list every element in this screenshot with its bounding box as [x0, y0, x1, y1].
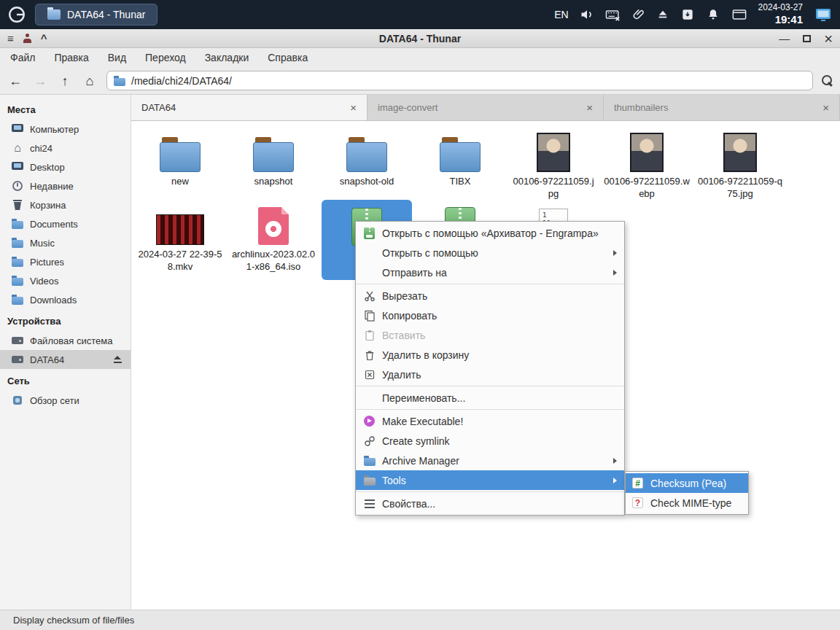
notifications-bell-icon[interactable]: [706, 7, 720, 22]
date-label: 2024-03-27: [758, 3, 803, 13]
menu-rename[interactable]: Переименовать...: [356, 388, 624, 408]
keyboard-layout-indicator[interactable]: EN: [554, 9, 568, 20]
tab-image-convert[interactable]: image-convert ×: [368, 95, 604, 120]
sidebar-item-home[interactable]: ⌂chi24: [0, 139, 131, 158]
folder-icon: [363, 454, 376, 467]
menu-view[interactable]: Вид: [108, 52, 126, 63]
volume-icon[interactable]: [580, 7, 594, 22]
close-icon[interactable]: ×: [822, 102, 829, 113]
sidebar-item-data64[interactable]: DATA64: [0, 350, 131, 369]
folder-icon: [12, 295, 23, 305]
menu-create-symlink[interactable]: Create symlink: [356, 431, 624, 451]
sidebar-item-recent[interactable]: Недавние: [0, 176, 131, 195]
menu-open-with-engrampa[interactable]: Открыть с помощью «Архиватор - Engrampa»: [356, 223, 624, 243]
maximize-button[interactable]: [803, 35, 811, 42]
menu-file[interactable]: Файл: [10, 52, 35, 63]
sidebar-item-filesystem[interactable]: Файловая система: [0, 331, 131, 350]
archive-app-icon: [363, 227, 376, 239]
menu-separator: [356, 409, 624, 410]
recent-icon: [12, 180, 23, 192]
image-thumbnail: [537, 133, 570, 172]
menu-send-to[interactable]: Отправить на: [356, 262, 624, 282]
close-icon[interactable]: ×: [350, 102, 357, 113]
back-button[interactable]: ←: [7, 74, 23, 88]
menu-open-with[interactable]: Открыть с помощью: [356, 243, 624, 262]
menu-edit[interactable]: Правка: [54, 52, 88, 63]
file-image-q75[interactable]: 00106-972211059-q75.jpg: [695, 130, 785, 201]
submenu-check-mime-type[interactable]: ? Check MIME-type: [626, 493, 748, 513]
menu-bookmarks[interactable]: Закладки: [205, 52, 249, 63]
taskbar-window-label: DATA64 - Thunar: [67, 9, 145, 20]
menu-make-executable[interactable]: Make Executable!: [356, 411, 624, 431]
hamburger-menu-icon[interactable]: ≡: [7, 33, 14, 44]
iso-file-icon: [258, 207, 289, 245]
menu-paste[interactable]: Вставить: [356, 325, 624, 345]
file-video-mkv[interactable]: 2024-03-27 22-39-58.mkv: [135, 203, 225, 273]
menu-properties[interactable]: Свойства...: [356, 494, 624, 513]
file-folder-new[interactable]: new: [135, 130, 225, 188]
taskbar-window-button[interactable]: DATA64 - Thunar: [35, 4, 158, 26]
file-image-jpg[interactable]: 00106-972211059.jpg: [508, 130, 599, 201]
folder-icon: [160, 137, 201, 172]
panel-logo-icon[interactable]: [7, 5, 26, 24]
video-thumbnail: [156, 214, 204, 245]
trash-icon: [363, 349, 376, 361]
updates-icon[interactable]: [680, 7, 695, 22]
menu-delete[interactable]: Удалить: [356, 365, 624, 384]
search-icon[interactable]: [822, 75, 833, 86]
sidebar-item-music[interactable]: Music: [0, 233, 131, 252]
file-iso-archlinux[interactable]: archlinux-2023.02.01-x86_64.iso: [228, 203, 319, 273]
caret-up-icon[interactable]: ^: [41, 33, 47, 44]
window-tray-icon[interactable]: [731, 7, 747, 22]
properties-icon: [363, 497, 376, 510]
clock[interactable]: 2024-03-27 19:41: [758, 3, 803, 26]
menu-go[interactable]: Переход: [145, 52, 186, 63]
close-icon[interactable]: ×: [586, 102, 593, 113]
forward-button[interactable]: →: [32, 74, 48, 88]
menu-move-to-trash[interactable]: Удалить в корзину: [356, 345, 624, 365]
user-icon[interactable]: [23, 34, 32, 43]
folder-icon: [12, 219, 23, 229]
clipboard-icon: [363, 329, 376, 341]
menu-copy[interactable]: Копировать: [356, 306, 624, 325]
submenu-checksum-pea[interactable]: # Checksum (Pea): [626, 473, 748, 493]
menu-archive-manager[interactable]: Archive Manager: [356, 451, 624, 470]
home-button[interactable]: ⌂: [82, 74, 98, 88]
folder-icon: [346, 137, 387, 172]
file-folder-snapshot[interactable]: snapshot: [228, 130, 319, 188]
file-image-webp[interactable]: 00106-972211059.webp: [602, 130, 692, 201]
file-folder-tibx[interactable]: TIBX: [415, 130, 505, 188]
menubar: Файл Правка Вид Переход Закладки Справка: [0, 48, 840, 67]
sidebar-item-trash[interactable]: Корзина: [0, 195, 131, 214]
sidebar-header-network: Сеть: [0, 369, 131, 391]
file-folder-snapshot-old[interactable]: snapshot-old: [322, 130, 412, 188]
sidebar-item-documents[interactable]: Documents: [0, 214, 131, 233]
display-monitor-icon[interactable]: [814, 6, 833, 23]
tab-thumbnailers[interactable]: thumbnailers ×: [604, 95, 840, 120]
sidebar-item-network-browse[interactable]: Обзор сети: [0, 391, 131, 410]
keyboard-disabled-icon[interactable]: [605, 7, 621, 22]
time-label: 19:41: [758, 13, 803, 26]
sidebar-item-pictures[interactable]: Pictures: [0, 252, 131, 271]
minimize-button[interactable]: —: [779, 33, 790, 44]
copy-icon: [363, 309, 376, 322]
close-button[interactable]: ×: [824, 31, 833, 46]
menu-tools[interactable]: Tools: [356, 470, 624, 490]
path-input[interactable]: /media/chi24/DATA64/: [106, 71, 813, 90]
sidebar-header-devices: Устройства: [0, 309, 131, 331]
tab-data64[interactable]: DATA64 ×: [131, 95, 368, 120]
folder-icon: [12, 238, 23, 248]
menu-help[interactable]: Справка: [268, 52, 308, 63]
sidebar-header-places: Места: [0, 98, 131, 120]
up-button[interactable]: ↑: [57, 74, 73, 88]
sidebar-item-computer[interactable]: Компьютер: [0, 120, 131, 139]
context-menu: Открыть с помощью «Архиватор - Engrampa»…: [355, 221, 625, 516]
sidebar-item-desktop[interactable]: Desktop: [0, 158, 131, 176]
menu-cut[interactable]: Вырезать: [356, 286, 624, 306]
sidebar-item-videos[interactable]: Videos: [0, 271, 131, 290]
window-titlebar: ≡ ^ DATA64 - Thunar — ×: [0, 29, 840, 48]
sidebar-item-downloads[interactable]: Downloads: [0, 290, 131, 309]
paperclip-icon[interactable]: [632, 7, 645, 22]
eject-icon[interactable]: [656, 8, 669, 21]
eject-icon[interactable]: [114, 356, 122, 363]
